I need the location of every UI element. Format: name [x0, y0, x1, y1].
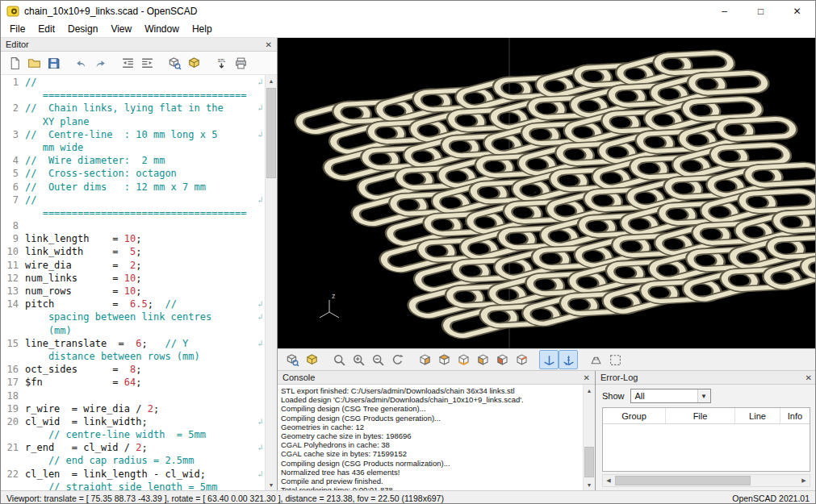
error-log-close-icon[interactable]: ✕	[806, 373, 812, 382]
console-close-icon[interactable]: ✕	[584, 373, 590, 382]
scroll-up-icon[interactable]: ▲	[266, 75, 277, 86]
menu-file[interactable]: File	[3, 22, 31, 36]
console-panel-title: Console	[282, 373, 315, 382]
menu-window[interactable]: Window	[138, 22, 186, 36]
console-panel-header: Console ✕	[278, 371, 595, 385]
maximize-button[interactable]: □	[743, 1, 779, 21]
render-button[interactable]	[302, 350, 321, 369]
indent-button[interactable]	[137, 53, 157, 73]
line-number	[1, 350, 25, 363]
zoom-all-button[interactable]	[329, 350, 349, 369]
code-text: link_length = 10;	[25, 232, 266, 245]
console-body[interactable]: STL export finished: C:/Users/admin/Down…	[278, 385, 595, 490]
preview-button[interactable]	[165, 53, 184, 73]
scroll-right-icon[interactable]: ▶	[798, 475, 810, 486]
editor-scroll-thumb[interactable]	[266, 88, 276, 178]
code-row: // centre-line width = 5mm	[1, 428, 266, 441]
error-filter-value: All	[635, 391, 645, 401]
code-row: 22cl_len = link_length - cl_wid;↲	[1, 468, 266, 481]
redo-button[interactable]	[90, 53, 110, 73]
perspective-toggle[interactable]	[586, 350, 605, 369]
reset-view-icon	[391, 353, 404, 367]
error-log-column-group[interactable]: Group	[603, 408, 666, 423]
line-number	[1, 89, 25, 102]
minimize-button[interactable]: –	[706, 1, 743, 21]
viewport-status-text: Viewport: translate = [ 75.35 88.73 -43.…	[6, 494, 444, 503]
cube-bottom-icon	[457, 353, 471, 367]
print-button[interactable]	[231, 53, 250, 73]
window-controls: – □ ✕	[706, 1, 815, 21]
new-file-button[interactable]	[5, 53, 24, 73]
editor-close-icon[interactable]: ✕	[266, 40, 272, 49]
code-text	[25, 389, 266, 402]
viewport-canvas[interactable]: z	[278, 38, 816, 348]
show-scale-markers-toggle[interactable]	[559, 350, 578, 369]
error-log-column-info[interactable]: Info	[780, 408, 810, 423]
console-line: CGAL Polyhedrons in cache: 38	[278, 440, 584, 449]
scroll-up-icon[interactable]: ▲	[584, 385, 595, 396]
menu-help[interactable]: Help	[186, 22, 219, 36]
open-folder-icon	[27, 56, 41, 70]
reset-view-button[interactable]	[387, 350, 407, 369]
code-text: XY plane	[25, 115, 266, 128]
cube-right-icon	[418, 353, 432, 367]
editor-toolbar: STL	[1, 52, 277, 75]
code-text: num_rows = 10;	[25, 285, 266, 298]
close-button[interactable]: ✕	[779, 1, 815, 21]
line-number: 12	[1, 272, 25, 285]
console-line: CGAL cache size in bytes: 71599152	[278, 449, 584, 458]
zoom-in-button[interactable]	[349, 350, 368, 369]
line-number	[1, 115, 25, 128]
error-filter-dropdown[interactable]: All ▼	[630, 389, 711, 403]
line-number: 10	[1, 245, 25, 258]
error-log-body[interactable]	[603, 424, 810, 471]
line-number: 8	[1, 219, 25, 232]
editor-scrollbar[interactable]: ▲ ▼	[265, 75, 277, 490]
viewport-3d[interactable]: z	[278, 38, 816, 348]
export-stl-button[interactable]: STL	[211, 53, 231, 73]
show-axes-toggle[interactable]	[539, 350, 559, 369]
view-all-button[interactable]	[605, 350, 625, 369]
view-front-button[interactable]	[492, 350, 512, 369]
line-number: 18	[1, 389, 25, 402]
undo-button[interactable]	[71, 53, 90, 73]
z-axis-label: z	[332, 292, 336, 300]
scroll-left-icon[interactable]: ◀	[603, 475, 614, 486]
code-editor[interactable]: 1//↲ ===================================…	[1, 76, 266, 490]
error-log-column-line[interactable]: Line	[735, 408, 780, 423]
error-log-hscrollbar[interactable]: ◀ ▶	[602, 474, 810, 487]
console-scroll-thumb[interactable]	[584, 447, 594, 477]
view-bottom-button[interactable]	[454, 350, 473, 369]
error-log-table: GroupFileLineInfo	[602, 407, 810, 472]
zoom-all-icon	[333, 353, 346, 367]
scroll-down-icon[interactable]: ▼	[584, 479, 595, 490]
error-log-hscroll-thumb[interactable]	[615, 476, 751, 485]
error-log-column-file[interactable]: File	[666, 408, 735, 423]
view-top-button[interactable]	[434, 350, 454, 369]
view-back-button[interactable]	[512, 350, 531, 369]
code-editor-wrap: 1//↲ ===================================…	[1, 75, 277, 490]
version-text: OpenSCAD 2021.01	[732, 494, 810, 503]
console-line: Geometry cache size in bytes: 198696	[278, 431, 584, 440]
preview-button[interactable]	[282, 350, 302, 369]
window-title: chain_10x10+9_links.scad - OpenSCAD	[24, 6, 197, 17]
status-bar: Viewport: translate = [ 75.35 88.73 -43.…	[1, 490, 815, 504]
code-text: // end cap radius = 2.5mm	[25, 454, 266, 467]
unindent-button[interactable]	[118, 53, 137, 73]
console-scrollbar[interactable]: ▲ ▼	[583, 385, 595, 490]
code-row: 5// Cross-section: octagon	[1, 167, 266, 180]
menu-edit[interactable]: Edit	[31, 22, 61, 36]
code-row: 16oct_sides = 8;	[1, 363, 266, 376]
zoom-out-button[interactable]	[368, 350, 387, 369]
scroll-down-icon[interactable]: ▼	[266, 479, 277, 490]
view-right-button[interactable]	[415, 350, 434, 369]
menu-design[interactable]: Design	[61, 22, 104, 36]
line-number: 6	[1, 181, 25, 194]
view-left-button[interactable]	[473, 350, 492, 369]
chevron-down-icon: ▼	[697, 389, 710, 402]
save-button[interactable]	[44, 53, 63, 73]
menu-view[interactable]: View	[104, 22, 138, 36]
render-button[interactable]	[184, 53, 203, 73]
open-file-button[interactable]	[24, 53, 44, 73]
line-number	[1, 310, 25, 323]
